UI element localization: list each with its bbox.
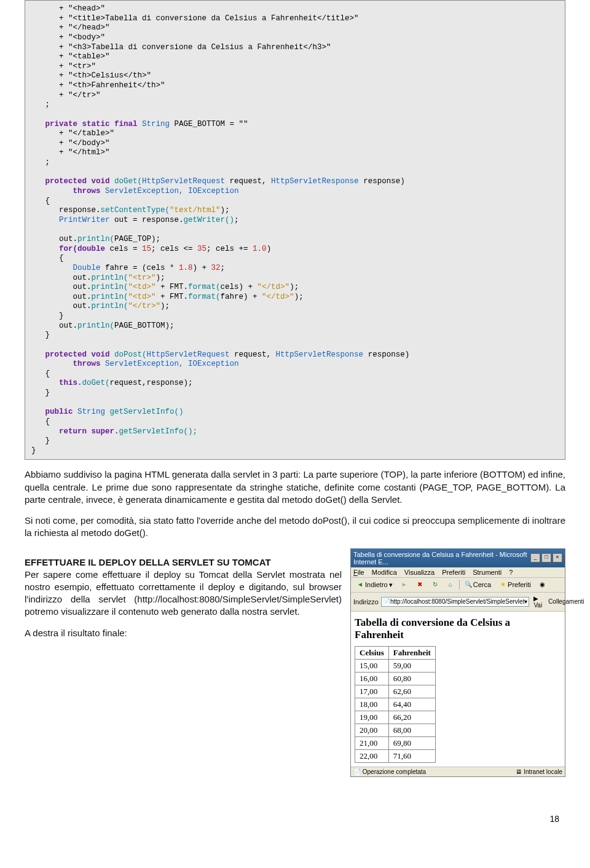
address-label: Indirizzo [353, 598, 379, 606]
address-input[interactable]: 📄http://localhost:8080/SimpleServlet/Sim… [381, 597, 529, 607]
page-icon: 📄 [383, 598, 390, 606]
refresh-icon: ↻ [431, 581, 439, 588]
status-bar: 📄 Operazione completata 🖥 Intranet local… [351, 767, 565, 776]
menu-help[interactable]: ? [509, 569, 513, 576]
menu-file[interactable]: File [353, 569, 364, 576]
stop-button[interactable]: ✖ [413, 580, 427, 590]
forward-button[interactable]: ► [398, 580, 411, 590]
home-button[interactable]: ⌂ [444, 580, 457, 590]
titlebar: Tabella di conversione da Celsius a Fahr… [351, 549, 565, 567]
go-button[interactable]: ▶ Vai [532, 594, 544, 609]
code-block: + "<head>" + "<title>Tabella di conversi… [25, 0, 565, 460]
page-number: 18 [25, 814, 565, 824]
table-row: 20,0068,00 [355, 724, 436, 736]
menu-favorites[interactable]: Preferiti [442, 569, 465, 576]
status-left: 📄 Operazione completata [353, 768, 426, 775]
back-icon: ◄ [356, 581, 364, 588]
maximize-button[interactable]: □ [541, 553, 551, 562]
stop-icon: ✖ [416, 581, 423, 588]
browser-window: Tabella di conversione da Celsius a Fahr… [350, 548, 565, 777]
media-button[interactable]: ◉ [536, 580, 549, 590]
status-right: 🖥 Intranet locale [516, 768, 562, 775]
menu-view[interactable]: Visualizza [404, 569, 435, 576]
menu-tools[interactable]: Strumenti [473, 569, 502, 576]
media-icon: ◉ [539, 581, 546, 588]
close-button[interactable]: × [553, 553, 562, 562]
address-bar: Indirizzo 📄http://localhost:8080/SimpleS… [351, 593, 565, 612]
paragraph-2: Si noti come, per comodità, sia stato fa… [25, 515, 565, 540]
table-row: 18,0064,40 [355, 698, 436, 711]
links-button[interactable]: Collegamenti [546, 598, 586, 606]
table-row: 21,0069,80 [355, 736, 436, 749]
th-fahrenheit: Fahrenheit [388, 646, 435, 659]
menu-edit[interactable]: Modifica [372, 569, 397, 576]
table-header-row: Celsius Fahrenheit [355, 646, 436, 659]
table-row: 19,0066,20 [355, 711, 436, 724]
back-button[interactable]: ◄Indietro ▾ [353, 580, 396, 590]
paragraph-1: Abbiamo suddiviso la pagina HTML generat… [25, 468, 565, 506]
refresh-button[interactable]: ↻ [428, 580, 442, 590]
search-icon: 🔍 [465, 581, 472, 588]
paragraph-4: A destra il risultato finale: [25, 627, 342, 639]
window-title: Tabella di conversione da Celsius a Fahr… [353, 551, 530, 566]
browser-content: Tabella di conversione da Celsius a Fahr… [351, 612, 565, 767]
th-celsius: Celsius [355, 646, 389, 659]
section-heading: EFFETTUARE IL DEPLOY DELLA SERVLET SU TO… [25, 557, 342, 567]
forward-icon: ► [401, 581, 408, 588]
paragraph-3: Per sapere come effettuare il deploy su … [25, 569, 342, 618]
conversion-table: Celsius Fahrenheit 15,0059,00 16,0060,80… [355, 646, 436, 763]
favorites-button[interactable]: ★Preferiti [496, 580, 534, 590]
table-row: 15,0059,00 [355, 659, 436, 672]
table-row: 16,0060,80 [355, 672, 436, 685]
page-heading: Tabella di conversione da Celsius a Fahr… [355, 617, 561, 641]
search-button[interactable]: 🔍Cerca [462, 580, 494, 590]
minimize-button[interactable]: _ [530, 553, 540, 562]
toolbar: ◄Indietro ▾ ► ✖ ↻ ⌂ 🔍Cerca ★Preferiti ◉ [351, 578, 565, 593]
home-icon: ⌂ [447, 581, 454, 588]
menubar: File Modifica Visualizza Preferiti Strum… [351, 567, 565, 578]
star-icon: ★ [499, 581, 506, 588]
table-row: 22,0071,60 [355, 749, 436, 762]
table-row: 17,0062,60 [355, 685, 436, 698]
